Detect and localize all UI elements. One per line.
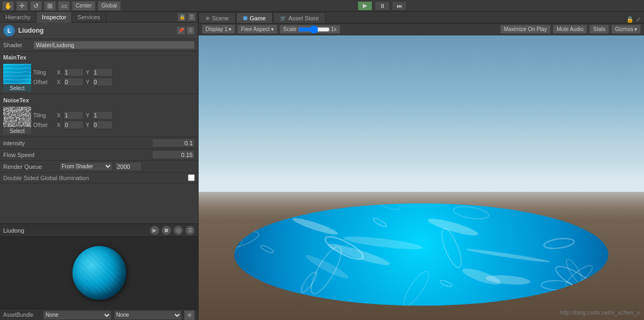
- toolbar-scale-btn[interactable]: ⊞: [44, 1, 56, 11]
- asset-icon: 🛒: [280, 13, 286, 24]
- viewport-canvas: http://blog.csdn.net/v_xchen_v: [199, 35, 644, 320]
- scale-label: Scale: [283, 26, 297, 32]
- pause-button[interactable]: ⏸: [375, 1, 390, 11]
- play-button[interactable]: ▶: [357, 1, 372, 11]
- offset-x-input[interactable]: [63, 78, 84, 86]
- tiling-y-input[interactable]: [92, 68, 113, 77]
- noise-offset-y-label: Y: [86, 122, 91, 128]
- toolbar-hand-btn[interactable]: ✋: [2, 1, 14, 11]
- noise-tiling-x-label: X: [57, 113, 62, 118]
- step-button[interactable]: ⏭: [392, 1, 407, 11]
- scene-canvas: [199, 35, 644, 320]
- noisetex-tiling-row: Tiling X Y: [33, 111, 195, 120]
- main-toolbar: ✋ ✛ ↺ ⊞ ▭ Center Global ▶ ⏸ ⏭: [0, 0, 644, 12]
- lock-icon[interactable]: 🔒: [178, 13, 186, 21]
- display-chevron: ▾: [229, 26, 231, 32]
- offset-x-field: X: [57, 78, 84, 86]
- tiling-x-input[interactable]: [63, 68, 84, 77]
- scale-value: 1x: [331, 26, 337, 32]
- maintex-select-btn[interactable]: Select: [3, 84, 31, 92]
- scene-tab-label: Scene: [212, 13, 229, 24]
- menu-icon[interactable]: ☰: [187, 13, 196, 21]
- noisetex-select-btn[interactable]: Select: [3, 127, 31, 135]
- scene-icon: ⊕: [206, 13, 210, 24]
- noise-tiling-y-field: Y: [86, 111, 113, 120]
- avatar: L: [3, 25, 15, 36]
- right-panel: ⊕ Scene Game 🛒 Asset Store 🔒 ⤢ Display 1…: [199, 12, 644, 320]
- offset-y-field: Y: [86, 78, 113, 86]
- tab-scene[interactable]: ⊕ Scene: [199, 12, 236, 23]
- inspector-tab-bar: Hierarchy Inspector Services 🔒 ☰: [0, 12, 198, 23]
- game-tab-label: Game: [250, 13, 266, 24]
- asset-bundle-label: AssetBundle: [3, 312, 41, 318]
- noisetex-label: NoiseTex: [0, 94, 198, 105]
- aspect-btn[interactable]: Free Aspect ▾: [237, 25, 277, 34]
- asset-store-tab-label: Asset Store: [288, 13, 319, 24]
- mute-btn[interactable]: Mute Audio: [553, 25, 587, 34]
- noise-tiling-y-label: Y: [86, 113, 91, 118]
- double-sided-label: Double Sided Global Illumination: [3, 175, 186, 181]
- tab-asset-store[interactable]: 🛒 Asset Store: [273, 12, 326, 23]
- intensity-row: intensity: [0, 137, 198, 149]
- gizmos-chevron: ▾: [634, 26, 637, 32]
- object-header: L Liudong 📌 ☰: [0, 23, 198, 39]
- preview-menu-btn[interactable]: ☰: [185, 226, 195, 235]
- display-label: Display 1: [206, 26, 228, 32]
- noisetex-meta: Tiling X Y Offset X: [33, 111, 195, 130]
- preview-anim-btn[interactable]: ◎: [173, 226, 183, 235]
- layer-btn[interactable]: ☰: [186, 26, 195, 35]
- tiling-x-label: X: [57, 70, 62, 76]
- maximize-btn[interactable]: Maximize On Play: [500, 25, 551, 34]
- static-btn[interactable]: 📌: [177, 26, 185, 35]
- tab-hierarchy[interactable]: Hierarchy: [0, 12, 36, 23]
- preview-stop-btn[interactable]: ⏹: [162, 226, 171, 235]
- preview-play-btn[interactable]: ▶: [150, 226, 159, 235]
- toolbar-move-btn[interactable]: ✛: [16, 1, 28, 11]
- toolbar-rotate-btn[interactable]: ↺: [30, 1, 42, 11]
- render-queue-select[interactable]: From Shader: [59, 162, 113, 171]
- preview-title: Liudong: [3, 227, 148, 234]
- tab-inspector[interactable]: Inspector: [36, 12, 72, 23]
- aspect-chevron: ▾: [271, 26, 274, 32]
- asset-bundle-icon[interactable]: ⊕: [184, 310, 195, 320]
- noisetex-preview: Select: [3, 107, 31, 135]
- noise-tiling-x-field: X: [57, 111, 84, 120]
- preview-content: [0, 237, 198, 309]
- left-panel: Hierarchy Inspector Services 🔒 ☰ L Liudo…: [0, 12, 199, 320]
- asset-bundle-select-2[interactable]: None: [114, 310, 182, 320]
- scale-slider[interactable]: [298, 27, 330, 32]
- shader-input[interactable]: [33, 41, 195, 49]
- shader-row: Shader: [0, 39, 198, 51]
- noise-offset-x-input[interactable]: [63, 121, 84, 129]
- offset-y-input[interactable]: [92, 78, 113, 86]
- maintex-meta: Tiling X Y Offset X: [33, 68, 195, 87]
- tab-services[interactable]: Services: [72, 12, 106, 23]
- tiling-label: Tiling: [33, 70, 55, 76]
- toolbar-center-btn[interactable]: Center: [72, 1, 96, 11]
- noise-offset-x-label: X: [57, 122, 62, 128]
- scale-btn[interactable]: Scale 1x: [280, 25, 341, 34]
- maintex-row: Select Tiling X Y: [0, 62, 198, 94]
- viewport-tab-right: 🔒 ⤢: [623, 16, 644, 23]
- double-sided-checkbox[interactable]: [188, 174, 195, 181]
- preview-header: Liudong ▶ ⏹ ◎ ☰: [0, 224, 198, 237]
- asset-bundle-select-1[interactable]: None: [43, 310, 112, 320]
- gizmos-btn[interactable]: Gizmos ▾: [611, 25, 641, 34]
- display-btn[interactable]: Display 1 ▾: [202, 25, 235, 34]
- intensity-input[interactable]: [152, 138, 195, 147]
- stats-btn[interactable]: Stats: [589, 25, 609, 34]
- offset-x-label: X: [57, 79, 62, 85]
- render-queue-value[interactable]: [115, 162, 142, 171]
- flow-speed-input[interactable]: [152, 150, 195, 159]
- tab-expand-icon[interactable]: ⤢: [636, 16, 641, 23]
- offset-y-label: Y: [86, 79, 91, 85]
- preview-footer: AssetBundle None None ⊕: [0, 309, 198, 320]
- toolbar-rect-btn[interactable]: ▭: [58, 1, 70, 11]
- toolbar-global-btn[interactable]: Global: [98, 1, 121, 11]
- noise-offset-y-input[interactable]: [92, 121, 113, 129]
- noise-tiling-x-input[interactable]: [63, 111, 84, 120]
- noisetex-row: Select Tiling X Y: [0, 105, 198, 137]
- noise-tiling-label: Tiling: [33, 113, 55, 118]
- tab-game[interactable]: Game: [236, 12, 273, 23]
- noise-tiling-y-input[interactable]: [92, 111, 113, 120]
